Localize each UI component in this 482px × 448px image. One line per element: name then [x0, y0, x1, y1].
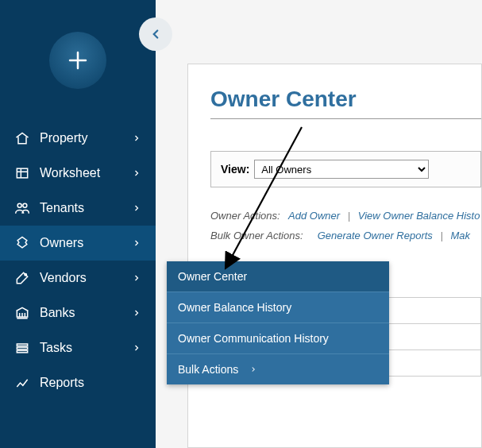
chevron-right-icon [132, 203, 141, 213]
view-select[interactable]: All Owners [254, 160, 429, 179]
view-label: View: [221, 163, 249, 176]
sidebar-item-label: Reports [40, 376, 141, 390]
sidebar-item-label: Owners [40, 236, 132, 250]
page-title: Owner Center [210, 87, 481, 112]
home-icon [14, 130, 30, 146]
sidebar-item-owners[interactable]: Owners [0, 226, 156, 261]
sidebar-item-reports[interactable]: Reports [0, 365, 156, 400]
title-divider [210, 118, 481, 119]
generate-reports-link[interactable]: Generate Owner Reports [318, 230, 433, 241]
svg-point-3 [25, 274, 27, 276]
tasks-icon [14, 340, 30, 356]
plus-icon [66, 48, 90, 72]
worksheet-icon [14, 165, 30, 181]
submenu-bulk-actions[interactable]: Bulk Actions [167, 354, 389, 384]
view-balance-link[interactable]: View Owner Balance Histo [358, 210, 480, 222]
vendors-icon [14, 270, 30, 286]
svg-rect-5 [17, 347, 27, 350]
content-panel: Owner Center View: All Owners Owner Acti… [187, 64, 482, 448]
chevron-right-icon [132, 343, 141, 353]
submenu-item-label: Owner Center [178, 270, 247, 283]
sidebar-item-label: Tasks [40, 341, 132, 355]
svg-rect-4 [17, 344, 27, 346]
chevron-right-icon [132, 273, 141, 283]
owner-actions-label: Owner Actions: [210, 210, 280, 222]
banks-icon [14, 305, 30, 321]
sidebar-item-label: Banks [40, 306, 132, 320]
svg-point-2 [23, 203, 27, 207]
sidebar-item-worksheet[interactable]: Worksheet [0, 156, 156, 191]
separator: | [440, 230, 442, 241]
sidebar-collapse-button[interactable] [139, 17, 172, 51]
view-filter-row: View: All Owners [210, 151, 481, 187]
owner-actions-row: Owner Actions: Add Owner | View Owner Ba… [210, 210, 481, 222]
sidebar-item-label: Vendors [40, 271, 132, 285]
owners-icon [14, 235, 30, 251]
chevron-right-icon [249, 365, 257, 373]
bulk-actions-row: Bulk Owner Actions: Generate Owner Repor… [210, 230, 481, 241]
tenants-icon [14, 200, 30, 216]
sidebar-item-label: Property [40, 131, 132, 145]
add-button[interactable] [49, 32, 106, 89]
sidebar-item-label: Worksheet [40, 166, 132, 180]
sidebar-item-banks[interactable]: Banks [0, 295, 156, 330]
chevron-right-icon [132, 133, 141, 143]
submenu-item-label: Bulk Actions [178, 363, 238, 376]
sidebar-item-tenants[interactable]: Tenants [0, 191, 156, 226]
submenu-item-label: Owner Balance History [178, 301, 291, 314]
owners-submenu: Owner Center Owner Balance History Owner… [167, 261, 389, 384]
svg-point-1 [17, 203, 21, 207]
chevron-right-icon [132, 308, 141, 318]
sidebar-item-vendors[interactable]: Vendors [0, 261, 156, 295]
add-owner-link[interactable]: Add Owner [288, 210, 340, 222]
sidebar: Property Worksheet Tenants Owners Vendor… [0, 0, 156, 448]
submenu-item-label: Owner Communication History [178, 332, 329, 345]
chevron-right-icon [132, 168, 141, 178]
svg-rect-6 [17, 350, 27, 353]
bulk-actions-label: Bulk Owner Actions: [210, 230, 303, 241]
chevron-right-icon [132, 238, 141, 248]
chevron-left-icon [148, 27, 163, 41]
svg-rect-0 [17, 168, 27, 178]
sidebar-nav: Property Worksheet Tenants Owners Vendor… [0, 121, 156, 400]
sidebar-item-property[interactable]: Property [0, 121, 156, 156]
submenu-communication-history[interactable]: Owner Communication History [167, 323, 389, 354]
sidebar-item-label: Tenants [40, 201, 132, 215]
submenu-balance-history[interactable]: Owner Balance History [167, 292, 389, 323]
make-link[interactable]: Mak [451, 230, 471, 241]
reports-icon [14, 375, 30, 391]
sidebar-item-tasks[interactable]: Tasks [0, 330, 156, 365]
separator: | [348, 210, 350, 222]
submenu-owner-center[interactable]: Owner Center [167, 261, 389, 292]
